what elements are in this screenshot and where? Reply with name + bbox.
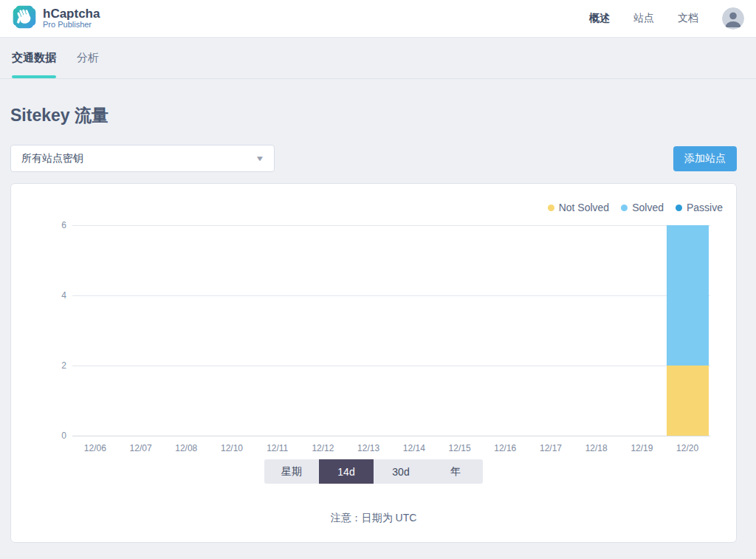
tab-analysis[interactable]: 分析: [77, 38, 99, 78]
x-tick-label: 12/20: [664, 443, 710, 453]
bar-segment-not-solved: [667, 366, 709, 436]
x-tick-label: 12/17: [528, 443, 574, 453]
x-tick-label: 12/14: [391, 443, 437, 453]
x-tick-label: 12/13: [346, 443, 391, 453]
range-option-week[interactable]: 星期: [264, 459, 319, 484]
sitekey-select-value: 所有站点密钥: [21, 152, 83, 165]
x-tick-label: 12/06: [72, 443, 118, 453]
add-site-button[interactable]: 添加站点: [673, 146, 737, 171]
nav-link-sites[interactable]: 站点: [633, 12, 654, 25]
traffic-chart-card: Not Solved Solved Passive 024612/0612/07…: [10, 183, 737, 543]
header-nav: 概述 站点 文档: [589, 7, 744, 30]
hcaptcha-logo[interactable]: hCaptcha Pro Publisher: [12, 4, 100, 32]
x-tick-label: 12/07: [118, 443, 164, 453]
y-gridline-2: [72, 366, 710, 366]
nav-link-overview[interactable]: 概述: [589, 12, 610, 25]
app-header: hCaptcha Pro Publisher 概述 站点 文档: [0, 0, 756, 38]
y-tick-label: 6: [37, 220, 66, 230]
range-option-14d[interactable]: 14d: [319, 459, 374, 484]
controls-row: 所有站点密钥 ▼ 添加站点: [10, 145, 737, 172]
x-tick-label: 12/16: [482, 443, 528, 453]
main-content: Sitekey 流量 所有站点密钥 ▼ 添加站点 Not Solved Solv…: [0, 104, 756, 543]
range-option-30d[interactable]: 30d: [374, 459, 428, 484]
y-gridline-6: [72, 225, 710, 226]
x-tick-label: 12/19: [619, 443, 665, 453]
x-tick-label: 12/11: [255, 443, 300, 453]
x-tick-label: 12/10: [209, 443, 255, 453]
chevron-down-icon: ▼: [255, 154, 264, 162]
page-title: Sitekey 流量: [10, 104, 737, 127]
brand-name: hCaptcha: [43, 7, 100, 21]
tab-traffic-data-label: 交通数据: [12, 51, 56, 65]
hcaptcha-hand-icon: [12, 4, 37, 32]
y-tick-label: 4: [37, 290, 66, 301]
utc-note: 注意：日期为 UTC: [11, 512, 736, 525]
tab-traffic-data[interactable]: 交通数据: [12, 38, 56, 78]
y-tick-label: 0: [37, 431, 66, 441]
section-tabbar: 交通数据 分析: [0, 38, 756, 79]
nav-link-docs[interactable]: 文档: [678, 12, 698, 25]
y-gridline-0: [72, 436, 710, 436]
tab-analysis-label: 分析: [77, 51, 99, 65]
sitekey-select[interactable]: 所有站点密钥 ▼: [10, 145, 275, 172]
range-selector: 星期 14d 30d 年: [264, 459, 483, 484]
stacked-bar-chart: 024612/0612/0712/0812/1012/1112/1212/131…: [11, 184, 736, 542]
brand-subtitle: Pro Publisher: [43, 21, 100, 30]
x-tick-label: 12/18: [574, 443, 619, 453]
x-tick-label: 12/15: [437, 443, 483, 453]
bar-segment-solved: [667, 225, 709, 366]
y-tick-label: 2: [37, 360, 66, 371]
range-option-year[interactable]: 年: [428, 459, 483, 484]
user-avatar[interactable]: [722, 7, 744, 30]
x-tick-label: 12/08: [163, 443, 209, 453]
y-gridline-4: [72, 295, 710, 296]
x-tick-label: 12/12: [300, 443, 346, 453]
